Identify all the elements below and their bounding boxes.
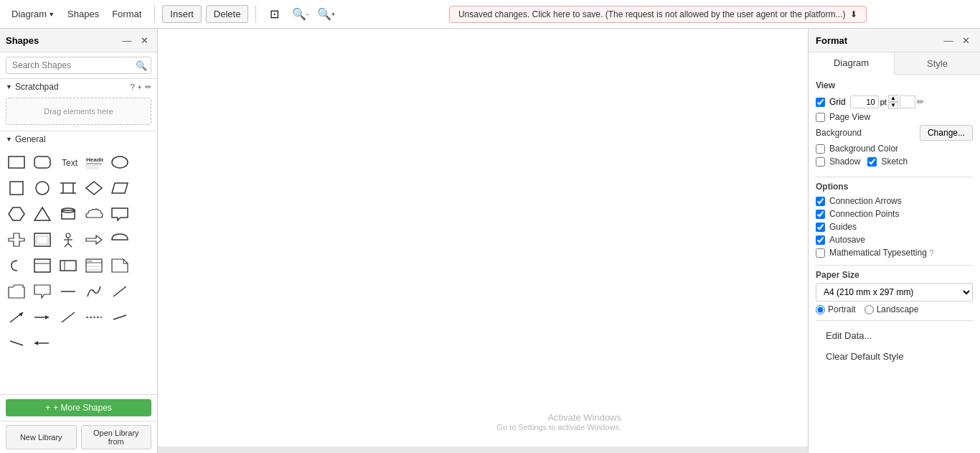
shape-container[interactable] (30, 253, 55, 278)
search-bar: 🔍 (0, 52, 157, 79)
shape-arrow-diagonal[interactable] (4, 305, 29, 330)
insert-button[interactable]: Insert (162, 5, 202, 23)
connection-arrows-checkbox[interactable] (816, 197, 825, 206)
mathematical-typesetting-checkbox[interactable] (816, 248, 825, 258)
scratchpad-drop-area: Drag elements here (6, 98, 151, 125)
svg-marker-43 (19, 312, 23, 317)
shape-parallelogram[interactable] (108, 176, 132, 200)
tab-style[interactable]: Style (895, 52, 980, 74)
shape-tab[interactable] (4, 279, 29, 304)
shape-line-slash[interactable] (56, 305, 80, 330)
shape-callout[interactable] (30, 279, 55, 304)
shape-cloud[interactable] (82, 202, 106, 226)
svg-marker-17 (9, 207, 24, 220)
shape-list[interactable]: List (82, 253, 106, 278)
shapes-panel-minimize-button[interactable]: — (120, 33, 134, 47)
shape-rectangle[interactable] (4, 150, 29, 174)
svg-line-28 (68, 243, 72, 247)
sketch-checkbox[interactable] (867, 157, 877, 167)
shape-heading[interactable]: Heading (82, 150, 106, 174)
shape-curve-s[interactable] (82, 279, 106, 304)
shape-triangle[interactable] (30, 202, 55, 226)
shape-line-2[interactable] (108, 305, 132, 330)
grid-stepper: ▲ ▼ (888, 95, 898, 109)
shape-speech-bubble[interactable] (108, 202, 132, 226)
svg-rect-29 (34, 259, 50, 272)
scratchpad-add-icon[interactable]: + (138, 83, 142, 92)
delete-button[interactable]: Delete (206, 5, 249, 23)
tab-diagram[interactable]: Diagram (809, 52, 895, 75)
shape-semicircle[interactable] (108, 228, 132, 252)
shape-arrow-right-2[interactable] (30, 305, 55, 330)
landscape-radio[interactable] (864, 305, 874, 314)
shape-hexagon[interactable] (4, 202, 29, 226)
open-library-button[interactable]: Open Library from (81, 425, 152, 449)
menu-diagram[interactable]: Diagram ▼ (6, 6, 60, 22)
grid-color-box[interactable] (900, 95, 915, 108)
zoom-out-button[interactable]: 🔍- (289, 4, 311, 24)
clear-default-style-item[interactable]: Clear Default Style (816, 346, 973, 367)
unsaved-message[interactable]: Unsaved changes. Click here to save. (Th… (449, 6, 867, 23)
shape-text[interactable]: Text (56, 150, 80, 174)
shape-actor[interactable] (56, 228, 80, 252)
shape-diagonal[interactable] (108, 279, 132, 304)
page-view-row: Page View (816, 112, 973, 122)
svg-marker-51 (34, 341, 38, 345)
grid-edit-icon[interactable]: ✏ (917, 97, 924, 107)
shape-arrow-right[interactable] (82, 228, 106, 252)
menu-shapes[interactable]: Shapes (62, 6, 105, 22)
shape-ellipse[interactable] (108, 150, 132, 174)
new-library-button[interactable]: New Library (6, 425, 77, 449)
sketch-row: Sketch (867, 157, 908, 167)
page-view-checkbox[interactable] (816, 113, 825, 122)
shape-bracket[interactable] (4, 253, 29, 278)
shape-frame[interactable] (30, 228, 55, 252)
shapes-panel-close-button[interactable]: ✕ (137, 33, 151, 47)
format-panel-close-button[interactable]: ✕ (958, 33, 973, 47)
search-input[interactable] (6, 57, 151, 74)
shape-dashed-line[interactable] (82, 305, 106, 330)
shape-cross[interactable] (4, 228, 29, 252)
svg-rect-0 (9, 157, 24, 168)
shape-square[interactable] (4, 176, 29, 200)
page-view-label: Page View (829, 112, 870, 122)
scratchpad-edit-icon[interactable]: ✏ (145, 83, 151, 92)
shape-arrow-left[interactable] (30, 331, 55, 355)
zoom-in-button[interactable]: 🔍+ (315, 4, 336, 24)
more-shapes-button[interactable]: + + More Shapes (6, 399, 151, 416)
grid-value-input[interactable] (850, 95, 879, 108)
svg-line-48 (113, 315, 126, 319)
fit-page-button[interactable]: ⊡ (263, 4, 285, 24)
paper-size-select[interactable]: A4 (210 mm x 297 mm) Letter (8.5 in x 11… (816, 283, 973, 302)
scratchpad-help-icon[interactable]: ? (130, 83, 134, 92)
canvas-area[interactable]: Activate Windows Go to Settings to activ… (158, 29, 808, 453)
canvas-horizontal-scrollbar[interactable] (158, 447, 808, 453)
background-change-button[interactable]: Change... (920, 125, 973, 141)
grid-decrement-button[interactable]: ▼ (888, 102, 898, 109)
portrait-radio[interactable] (816, 305, 825, 314)
format-panel-minimize-button[interactable]: — (941, 33, 956, 47)
grid-increment-button[interactable]: ▲ (888, 95, 898, 102)
shape-line[interactable] (56, 279, 80, 304)
shape-circle[interactable] (30, 176, 55, 200)
scratchpad-header[interactable]: ▼ Scratchpad ? + ✏ (0, 79, 157, 95)
shape-diamond[interactable] (82, 176, 106, 200)
menu-format[interactable]: Format (106, 6, 147, 22)
guides-checkbox[interactable] (816, 223, 825, 232)
general-label: General (15, 134, 46, 144)
shape-rect-variant[interactable] (56, 253, 80, 278)
shape-note[interactable] (108, 253, 132, 278)
edit-data-item[interactable]: Edit Data... (816, 325, 973, 346)
shadow-checkbox[interactable] (816, 157, 825, 167)
autosave-checkbox[interactable] (816, 235, 825, 245)
shape-line-3[interactable] (4, 331, 29, 355)
guides-label: Guides (829, 222, 857, 232)
general-header[interactable]: ▼ General (0, 131, 157, 147)
grid-checkbox[interactable] (816, 98, 825, 107)
math-help-icon[interactable]: ? (929, 248, 933, 257)
shape-cylinder[interactable] (56, 202, 80, 226)
shape-rounded-rect[interactable] (30, 150, 55, 174)
connection-points-checkbox[interactable] (816, 210, 825, 219)
background-color-checkbox[interactable] (816, 144, 825, 154)
shape-process[interactable] (56, 176, 80, 200)
